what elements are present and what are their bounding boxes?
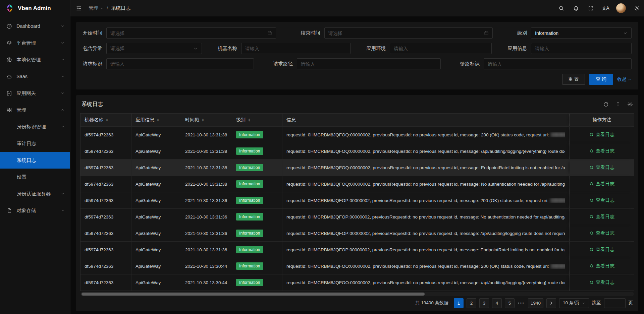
settings-gear-icon[interactable] xyxy=(629,0,644,16)
view-log-link[interactable]: 查看日志 xyxy=(589,148,614,154)
app_info-input[interactable] xyxy=(531,43,632,54)
table-row: df5974d72363ApiGateWay2021-10-30 13:31:3… xyxy=(80,126,634,143)
menu-fold-icon[interactable] xyxy=(70,0,87,16)
view-log-link[interactable]: 查看日志 xyxy=(589,247,614,253)
sidebar-item-platform[interactable]: 平台管理 xyxy=(0,35,70,51)
chevron-up-icon xyxy=(628,77,632,81)
column-header-4[interactable]: 级别▲▼ xyxy=(232,114,282,126)
locale-icon[interactable]: 文A xyxy=(598,0,613,16)
level-badge: Information xyxy=(236,164,263,171)
page-ellipsis[interactable]: ••• xyxy=(518,301,525,306)
table-header-row: 机器名称▲▼应用信息▲▼时间戳▲▼级别▲▼信息操作方法 xyxy=(80,114,634,126)
view-log-link[interactable]: 查看日志 xyxy=(589,214,614,220)
collapse-link[interactable]: 收起 xyxy=(617,76,632,82)
user-avatar[interactable] xyxy=(616,3,626,13)
page-button-1[interactable]: 1 xyxy=(454,298,464,308)
column-settings-gear-icon[interactable] xyxy=(627,102,633,107)
page-size-select[interactable]: 10 条/页 xyxy=(559,298,589,308)
request_id-input[interactable] xyxy=(106,58,254,69)
trace_id-text-input[interactable] xyxy=(488,61,628,67)
view-log-link[interactable]: 查看日志 xyxy=(589,279,614,286)
level-badge: Information xyxy=(236,279,263,286)
next-page-button[interactable] xyxy=(546,298,556,308)
pagination-total: 共 19400 条数据 xyxy=(415,300,448,306)
start_time-date-input[interactable] xyxy=(110,30,265,36)
query-button[interactable]: 查 询 xyxy=(589,74,613,85)
sort-icon[interactable]: ▲▼ xyxy=(157,118,159,122)
view-log-link[interactable]: 查看日志 xyxy=(589,181,614,187)
sidebar-item-dashboard[interactable]: Dashboard xyxy=(0,18,70,35)
sidebar-item-saas[interactable]: Saas xyxy=(0,68,70,85)
search-icon[interactable] xyxy=(554,0,569,16)
table-row: df5974d72363ApiGateWay2021-10-30 13:30:4… xyxy=(80,274,634,291)
notification-bell-icon[interactable] xyxy=(569,0,583,16)
cell-timestamp: 2021-10-30 13:31:36 xyxy=(181,225,232,241)
machine_name-text-input[interactable] xyxy=(245,46,346,51)
sidebar-item-manage[interactable]: 管理 xyxy=(0,102,70,118)
breadcrumb-current: 系统日志 xyxy=(111,5,130,11)
refresh-icon[interactable] xyxy=(603,102,609,107)
sort-icon[interactable]: ▲▼ xyxy=(202,118,204,122)
saas-icon xyxy=(6,74,12,79)
request_id-text-input[interactable] xyxy=(110,61,250,67)
start_time-input[interactable] xyxy=(106,27,276,39)
end_time-input[interactable] xyxy=(324,27,493,39)
sidebar-item-identity[interactable]: 身份标识管理 xyxy=(0,118,70,135)
page-button-4[interactable]: 4 xyxy=(492,298,502,308)
sidebar-item-system-log[interactable]: 系统日志 xyxy=(0,152,70,169)
page-button-3[interactable]: 3 xyxy=(479,298,489,308)
view-log-link[interactable]: 查看日志 xyxy=(589,165,614,171)
trace_id-input[interactable] xyxy=(484,58,632,69)
cell-app-info: ApiGateWay xyxy=(131,258,181,274)
machine_name-input[interactable] xyxy=(241,43,351,54)
row-size-icon[interactable] xyxy=(615,102,621,107)
view-log-link[interactable]: 查看日志 xyxy=(589,263,614,269)
sidebar-item-gateway[interactable]: 应用网关 xyxy=(0,85,70,102)
page-button-1940[interactable]: 1940 xyxy=(528,298,543,308)
app_env-input[interactable] xyxy=(390,43,492,54)
sidebar-item-audit-log[interactable]: 审计日志 xyxy=(0,135,70,152)
column-header-2[interactable]: 应用信息▲▼ xyxy=(131,114,181,126)
cell-actions: 查看日志 xyxy=(570,274,634,291)
sidebar-item-settings[interactable]: 设置 xyxy=(0,169,70,185)
cell-level: Information xyxy=(232,160,282,176)
filter-field-request_id: 请求标识 xyxy=(83,58,254,69)
level-select[interactable]: Information xyxy=(531,27,632,39)
view-log-link[interactable]: 查看日志 xyxy=(589,230,614,236)
horizontal-scrollbar-thumb[interactable] xyxy=(82,293,425,296)
cell-machine-name: df5974d72363 xyxy=(80,143,131,159)
view-log-link[interactable]: 查看日志 xyxy=(589,197,614,203)
reset-button[interactable]: 重 置 xyxy=(562,74,585,85)
chevron-down-icon xyxy=(623,31,628,36)
magnifier-icon xyxy=(589,165,594,170)
app-logo[interactable]: Vben Admin xyxy=(0,0,70,16)
cell-app-info: ApiGateWay xyxy=(131,192,181,208)
view-log-link[interactable]: 查看日志 xyxy=(589,132,614,138)
filter-field-has_exception: 包含异常请选择 xyxy=(83,43,202,54)
sort-icon[interactable]: ▲▼ xyxy=(106,118,108,122)
column-header-1[interactable]: 机器名称▲▼ xyxy=(80,114,131,126)
breadcrumb-parent[interactable]: 管理 xyxy=(89,5,104,11)
cell-actions: 查看日志 xyxy=(570,209,634,225)
fullscreen-icon[interactable] xyxy=(583,0,598,16)
cell-machine-name: df5974d72363 xyxy=(80,192,131,208)
magnifier-icon xyxy=(589,264,594,268)
has_exception-select[interactable]: 请选择 xyxy=(106,43,202,54)
sidebar-item-auth-server[interactable]: 身份认证服务器 xyxy=(0,185,70,202)
page-button-5[interactable]: 5 xyxy=(505,298,515,308)
sidebar-item-localization[interactable]: 本地化管理 xyxy=(0,51,70,68)
cell-actions: 查看日志 xyxy=(570,192,634,208)
end_time-date-input[interactable] xyxy=(328,30,481,36)
request_path-text-input[interactable] xyxy=(301,61,437,67)
horizontal-scrollbar[interactable] xyxy=(80,292,634,296)
cell-timestamp: 2021-10-30 13:31:36 xyxy=(181,192,232,208)
sidebar-item-storage[interactable]: 对象存储 xyxy=(0,202,70,219)
app_env-text-input[interactable] xyxy=(394,46,488,51)
page-button-2[interactable]: 2 xyxy=(467,298,476,308)
sort-icon[interactable]: ▲▼ xyxy=(248,118,251,122)
request_path-input[interactable] xyxy=(297,58,441,69)
column-header-3[interactable]: 时间戳▲▼ xyxy=(181,114,232,126)
jump-page-input[interactable] xyxy=(604,298,626,308)
app_info-text-input[interactable] xyxy=(535,46,628,51)
redacted-uri xyxy=(551,198,565,203)
